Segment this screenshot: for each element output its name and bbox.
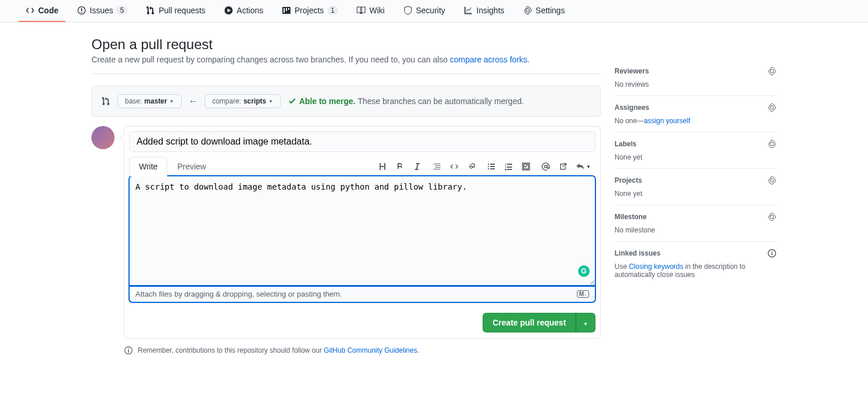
gear-icon[interactable] [767, 212, 777, 221]
italic-icon[interactable] [413, 162, 422, 171]
code-icon [25, 6, 35, 15]
arrow-left-icon: ← [189, 96, 198, 106]
markdown-toolbar: ▼ [378, 162, 595, 171]
tab-code[interactable]: Code [19, 0, 65, 22]
caret-down-icon: ▼ [170, 99, 174, 104]
pr-body-textarea[interactable] [129, 176, 595, 286]
heading-icon[interactable] [378, 162, 387, 171]
base-branch-button[interactable]: base: master ▼ [117, 94, 182, 108]
page-subtitle: Create a new pull request by comparing c… [91, 55, 601, 74]
project-icon [282, 6, 291, 15]
compare-branch-button[interactable]: compare: scripts ▼ [205, 94, 281, 108]
gear-icon[interactable] [767, 103, 777, 112]
tab-security[interactable]: Security [396, 0, 453, 22]
sidebar-linked-issues: Linked issues Use Closing keywords in th… [615, 242, 777, 286]
sidebar-assignees: Assignees No one—assign yourself [615, 96, 777, 132]
shield-icon [403, 6, 413, 15]
sidebar: Reviewers No reviews Assignees No one—as… [615, 36, 777, 355]
tab-write[interactable]: Write [129, 157, 167, 176]
tab-label: Insights [476, 6, 504, 15]
mention-icon[interactable] [541, 162, 550, 171]
book-icon [356, 6, 366, 15]
info-icon[interactable] [767, 249, 777, 258]
avatar[interactable] [91, 126, 115, 149]
tasklist-icon[interactable] [521, 162, 531, 171]
compare-icon [101, 97, 111, 106]
compare-box: base: master ▼ ← compare: scripts ▼ Able… [91, 86, 601, 117]
grammarly-icon[interactable]: G [578, 265, 590, 277]
sidebar-milestone: Milestone No milestone [615, 205, 777, 242]
tab-preview[interactable]: Preview [167, 157, 216, 176]
tab-insights[interactable]: Insights [457, 0, 511, 22]
sidebar-reviewers: Reviewers No reviews [615, 60, 777, 96]
tab-wiki[interactable]: Wiki [350, 0, 391, 22]
tab-label: Security [416, 6, 446, 15]
sidebar-labels: Labels None yet [615, 132, 777, 169]
gear-icon[interactable] [767, 139, 777, 149]
markdown-badge[interactable]: M↓ [577, 290, 589, 298]
compare-forks-link[interactable]: compare across forks [450, 55, 527, 64]
tab-label: Actions [237, 6, 263, 15]
tab-settings[interactable]: Settings [516, 0, 572, 22]
ol-icon[interactable] [504, 162, 513, 171]
check-icon [288, 97, 297, 106]
gear-icon [523, 6, 532, 15]
tab-label: Settings [536, 6, 565, 15]
reply-icon[interactable]: ▼ [576, 162, 591, 171]
projects-badge: 1 [328, 6, 339, 15]
ul-icon[interactable] [487, 162, 496, 171]
tab-issues[interactable]: Issues 5 [70, 0, 134, 22]
tab-pull-requests[interactable]: Pull requests [139, 0, 212, 22]
tab-projects[interactable]: Projects 1 [275, 0, 345, 22]
quote-icon[interactable] [432, 162, 442, 171]
gear-icon[interactable] [767, 176, 777, 185]
tab-label: Pull requests [159, 6, 205, 15]
assign-yourself-link[interactable]: assign yourself [644, 117, 690, 125]
closing-keywords-link[interactable]: Closing keywords [629, 262, 683, 271]
merge-status: Able to merge. These branches can be aut… [288, 97, 524, 106]
issues-badge: 5 [116, 6, 127, 15]
create-pr-button[interactable]: Create pull request [483, 313, 576, 332]
create-pr-dropdown[interactable]: ▼ [576, 313, 595, 332]
bold-icon[interactable] [395, 162, 404, 171]
issue-icon [77, 6, 86, 15]
repo-nav: Code Issues 5 Pull requests Actions Proj… [0, 0, 868, 23]
tab-label: Issues [90, 6, 113, 15]
footer-note: Remember, contributions to this reposito… [124, 346, 601, 355]
crossref-icon[interactable] [558, 162, 568, 171]
gear-icon[interactable] [767, 66, 777, 76]
tab-actions[interactable]: Actions [217, 0, 270, 22]
tab-label: Wiki [369, 6, 384, 15]
tab-label: Code [38, 6, 58, 15]
sidebar-projects: Projects None yet [615, 169, 777, 205]
attach-hint[interactable]: Attach files by dragging & dropping, sel… [129, 286, 595, 302]
play-icon [224, 6, 233, 15]
pr-icon [146, 6, 155, 15]
pr-title-input[interactable] [129, 131, 595, 152]
caret-down-icon: ▼ [269, 99, 273, 104]
compose-box: Write Preview [124, 126, 601, 339]
info-icon [124, 346, 133, 355]
page-title: Open a pull request [91, 36, 601, 53]
graph-icon [464, 6, 473, 15]
code-icon[interactable] [450, 162, 459, 171]
guidelines-link[interactable]: GitHub Community Guidelines [324, 346, 417, 354]
link-icon[interactable] [467, 162, 476, 171]
tab-label: Projects [295, 6, 324, 15]
